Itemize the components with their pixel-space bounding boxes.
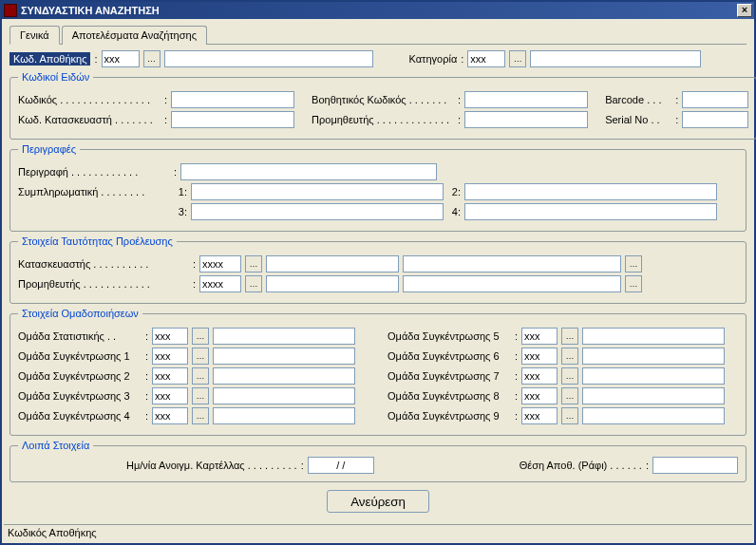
- shelf-input[interactable]: [652, 457, 738, 474]
- code-label: Κωδικός . . . . . . . . . . . . . . . .: [18, 94, 161, 105]
- group-c1-lookup[interactable]: [192, 348, 209, 365]
- supplier-code-input[interactable]: [464, 111, 588, 128]
- origin-supplier-desc1[interactable]: [266, 275, 399, 292]
- app-icon: [4, 4, 17, 17]
- origin-supplier-code-input[interactable]: [199, 275, 241, 292]
- group-c2-desc[interactable]: [213, 367, 355, 385]
- tab-results[interactable]: Αποτελέσματα Αναζήτησης: [62, 26, 207, 45]
- supplier-code-label: Προμηθευτής . . . . . . . . . . . . .: [312, 114, 454, 125]
- status-text: Κωδικός Αποθήκης: [8, 527, 97, 538]
- origin-supplier-desc2[interactable]: [403, 275, 621, 292]
- barcode-input[interactable]: [682, 91, 748, 108]
- code-input[interactable]: [171, 91, 294, 108]
- category-code-input[interactable]: [467, 50, 505, 67]
- group-c7-lookup[interactable]: [561, 367, 578, 385]
- group-c2-label: Ομάδα Συγκέντρωσης 2: [18, 370, 142, 382]
- origin-supplier-lookup2[interactable]: [625, 275, 642, 292]
- group-c8-label: Ομάδα Συγκέντρωσης 8: [387, 390, 511, 402]
- group-c8-code[interactable]: [521, 387, 558, 404]
- serial-input[interactable]: [682, 111, 748, 128]
- group-c1-desc[interactable]: [213, 348, 355, 365]
- group-c3-code[interactable]: [152, 387, 188, 404]
- group-c3-lookup[interactable]: [192, 387, 209, 404]
- group-c9-label: Ομάδα Συγκέντρωσης 9: [387, 410, 511, 422]
- window-title: ΣΥΝΔΥΑΣΤΙΚΗ ΑΝΑΖΗΤΗΣΗ: [21, 5, 737, 16]
- item-codes-group: Κωδικοί Ειδών Κωδικός . . . . . . . . . …: [9, 71, 756, 140]
- group-c6-lookup[interactable]: [561, 348, 578, 365]
- tab-strip: Γενικά Αποτελέσματα Αναζήτησης: [9, 25, 747, 45]
- opendate-label: Ημ/νία Ανοιγμ. Καρτέλλας . . . . . . . .…: [126, 460, 297, 471]
- aux-code-label: Βοηθητικός Κωδικός . . . . . . .: [312, 94, 454, 105]
- description-input[interactable]: [180, 163, 437, 180]
- group-stat-code[interactable]: [152, 328, 188, 345]
- group-c9-lookup[interactable]: [561, 407, 578, 424]
- manufacturer-lookup[interactable]: [245, 255, 262, 272]
- warehouse-code-lookup[interactable]: [143, 50, 161, 67]
- tab-general[interactable]: Γενικά: [9, 26, 60, 45]
- supp3-input[interactable]: [191, 203, 444, 220]
- origin-supplier-label: Προμηθευτής . . . . . . . . . . . .: [18, 278, 189, 290]
- group-c6-label: Ομάδα Συγκέντρωσης 6: [387, 350, 511, 362]
- origin-group: Στοιχεία Ταυτότητας Προέλευσης Κατασκευα…: [9, 235, 747, 304]
- group-c3-desc[interactable]: [213, 387, 355, 404]
- manufacturer-label: Κατασκευαστής . . . . . . . . . .: [18, 258, 189, 270]
- manufacturer-desc2[interactable]: [403, 255, 621, 272]
- supp2-input[interactable]: [464, 183, 717, 200]
- group-c7-code[interactable]: [521, 367, 558, 385]
- group-c9-desc[interactable]: [582, 407, 725, 424]
- group-c2-code[interactable]: [152, 367, 188, 385]
- groups-legend: Στοιχεία Ομαδοποιήσεων: [18, 308, 142, 319]
- manufacturer-lookup2[interactable]: [625, 255, 642, 272]
- mfr-code-input[interactable]: [171, 111, 294, 128]
- origin-supplier-lookup[interactable]: [245, 275, 262, 292]
- group-c6-desc[interactable]: [582, 348, 725, 365]
- group-stat-lookup[interactable]: [192, 328, 209, 345]
- group-stat-label: Ομάδα Στατιστικής . .: [18, 330, 142, 342]
- category-lookup[interactable]: [509, 50, 526, 67]
- group-c2-lookup[interactable]: [192, 367, 209, 385]
- supp-desc-label: Συμπληρωματική . . . . . . . .: [18, 186, 170, 197]
- group-c4-code[interactable]: [152, 407, 188, 424]
- group-c1-code[interactable]: [152, 348, 188, 365]
- group-c5-desc[interactable]: [582, 328, 725, 345]
- group-c7-label: Ομάδα Συγκέντρωσης 7: [387, 370, 511, 382]
- search-button[interactable]: Ανεύρεση: [327, 490, 429, 513]
- manufacturer-desc1[interactable]: [266, 255, 399, 272]
- group-c7-desc[interactable]: [582, 367, 725, 385]
- item-codes-legend: Κωδικοί Ειδών: [18, 71, 93, 83]
- group-c8-desc[interactable]: [582, 387, 725, 404]
- group-c6-code[interactable]: [521, 348, 558, 365]
- category-label: Κατηγορία: [409, 53, 458, 65]
- group-c5-label: Ομάδα Συγκέντρωσης 5: [387, 330, 511, 342]
- group-c4-desc[interactable]: [213, 407, 355, 424]
- supp4-input[interactable]: [464, 203, 717, 220]
- warehouse-code-input[interactable]: [102, 50, 140, 67]
- group-c5-code[interactable]: [521, 328, 558, 345]
- close-icon[interactable]: ×: [737, 4, 752, 17]
- supp1-input[interactable]: [191, 183, 444, 200]
- groups-group: Στοιχεία Ομαδοποιήσεων Ομάδα Στατιστικής…: [9, 308, 747, 436]
- shelf-label: Θέση Αποθ. (Ράφι) . . . . . .: [520, 460, 642, 471]
- mfr-code-label: Κωδ. Κατασκευαστή . . . . . . .: [18, 114, 161, 125]
- group-c5-lookup[interactable]: [561, 328, 578, 345]
- other-group: Λοιπά Στοιχεία Ημ/νία Ανοιγμ. Καρτέλλας …: [9, 440, 747, 482]
- group-stat-desc[interactable]: [213, 328, 355, 345]
- group-c1-label: Ομάδα Συγκέντρωσης 1: [18, 350, 142, 362]
- statusbar: Κωδικός Αποθήκης: [4, 524, 752, 541]
- descriptions-legend: Περιγραφές: [18, 143, 80, 155]
- group-c9-code[interactable]: [521, 407, 558, 424]
- descriptions-group: Περιγραφές Περιγραφή . . . . . . . . . .…: [9, 143, 747, 232]
- origin-legend: Στοιχεία Ταυτότητας Προέλευσης: [18, 235, 177, 247]
- group-c3-label: Ομάδα Συγκέντρωσης 3: [18, 390, 142, 402]
- aux-code-input[interactable]: [464, 91, 588, 108]
- group-c8-lookup[interactable]: [561, 387, 578, 404]
- category-desc-input[interactable]: [530, 50, 701, 67]
- warehouse-desc-input[interactable]: [164, 50, 373, 67]
- manufacturer-code-input[interactable]: [199, 255, 241, 272]
- serial-label: Serial No . .: [605, 114, 671, 125]
- titlebar: ΣΥΝΔΥΑΣΤΙΚΗ ΑΝΑΖΗΤΗΣΗ ×: [2, 2, 754, 19]
- group-c4-label: Ομάδα Συγκέντρωσης 4: [18, 410, 142, 422]
- opendate-input[interactable]: [308, 457, 374, 474]
- group-c4-lookup[interactable]: [192, 407, 209, 424]
- warehouse-code-label: Κωδ. Αποθήκης: [9, 52, 90, 66]
